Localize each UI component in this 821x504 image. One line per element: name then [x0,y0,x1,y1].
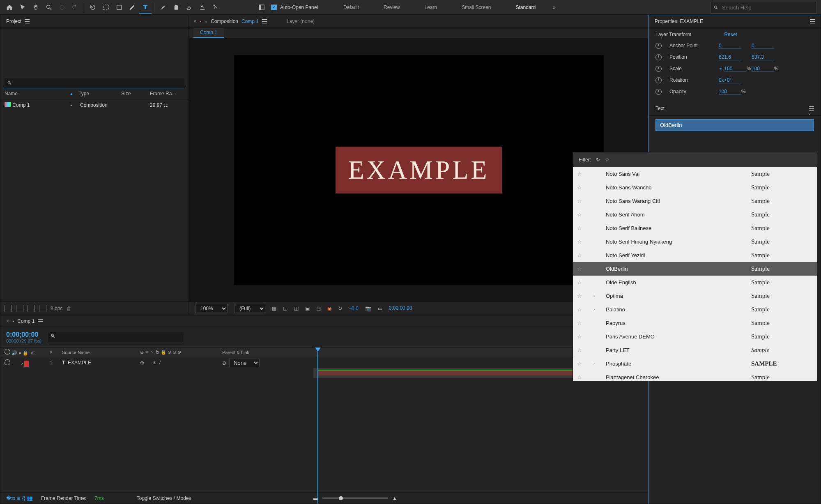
col-size[interactable]: Size [121,91,150,97]
workspace-standard[interactable]: Standard [516,5,536,10]
toggle-icons[interactable]: �⇆ ⊕ {} 👥 [6,495,33,501]
col-type[interactable]: Type [78,91,121,97]
font-item[interactable]: ☆Noto Serif Hmong NyiakengSample [573,235,817,249]
text-layer[interactable]: EXAMPLE [336,147,501,193]
reset-link[interactable]: Reset [724,32,737,37]
layer-switches[interactable]: ⊕ ✶ / [140,360,222,366]
workspace-overflow-icon[interactable]: » [553,5,556,10]
current-time[interactable]: 0;00;00;00 [389,305,412,311]
font-family-input[interactable] [655,119,814,131]
font-item[interactable]: ☆Paris Avenue DEMOSample [573,330,817,343]
pos-y[interactable]: 537,3 [752,54,774,60]
favorite-star-icon[interactable]: ☆ [577,306,593,313]
font-item[interactable]: ☆Party LETSample [573,343,817,357]
font-item[interactable]: ☆›PalatinoSample [573,303,817,316]
rotation-val[interactable]: 0x+0° [719,77,741,83]
timeline-zoom[interactable]: ▬ ▲ [313,495,397,501]
font-item[interactable]: ☆›PhosphateSAMPLE [573,357,817,371]
panel-menu-icon[interactable] [25,19,30,23]
rotate-tool-icon[interactable] [69,1,81,14]
close-tab-icon[interactable]: × [193,18,196,24]
font-list[interactable]: ☆Noto Sans VaiSample☆Noto Sans WanchoSam… [573,167,817,381]
workspace-learn[interactable]: Learn [424,5,437,10]
font-item[interactable]: ☆Noto Sans WanchoSample [573,181,817,194]
favorite-star-icon[interactable]: ☆ [577,293,593,299]
workspace-review[interactable]: Review [384,5,400,10]
toggle-switches-modes[interactable]: Toggle Switches / Modes [137,495,191,501]
link-icon[interactable]: ⚭ [719,66,723,71]
font-item[interactable]: ☆Noto Serif BalineseSample [573,221,817,235]
settings-icon[interactable] [39,305,46,312]
favorite-star-icon[interactable]: ☆ [577,225,593,231]
grid-icon[interactable]: ▦ [272,306,276,311]
favorite-star-icon[interactable]: ☆ [577,347,593,353]
panel-menu-icon[interactable] [262,19,267,23]
font-item[interactable]: ☆Noto Sans Warang CitiSample [573,194,817,208]
mask-icon[interactable]: ◫ [294,306,299,311]
font-item[interactable]: ☆Noto Serif YezidiSample [573,249,817,262]
filter-favorite-icon[interactable]: ☆ [605,157,609,163]
project-item-row[interactable]: Comp 1 ▪ Composition 29,97 ⚏ [0,99,189,110]
pos-x[interactable]: 621,6 [719,54,741,60]
expand-icon[interactable]: › [593,361,606,366]
show-snapshot-icon[interactable]: ▭ [378,306,382,311]
font-item[interactable]: ☆OldBerlinSample [573,262,817,276]
guides-icon[interactable]: ▢ [283,306,287,311]
filter-recent-icon[interactable]: ↻ [596,157,600,163]
anchor-rotate-icon[interactable] [87,1,99,14]
favorite-star-icon[interactable]: ☆ [577,361,593,367]
color-mgmt-icon[interactable]: ◉ [327,306,331,311]
timeline-layer-row[interactable]: › 1 T EXAMPLE ⊕ ✶ / ⊘ None [0,357,648,368]
home-icon[interactable] [3,1,16,14]
anchor-x[interactable]: 0 [719,43,741,49]
selection-tool-icon[interactable] [16,1,29,14]
zoom-in-icon[interactable]: ▲ [392,495,397,501]
favorite-star-icon[interactable]: ☆ [577,266,593,272]
snapshot-icon[interactable]: 📷 [365,306,371,311]
playhead-line[interactable] [317,348,318,504]
font-item[interactable]: ☆PapyrusSample [573,316,817,330]
workspace-small-screen[interactable]: Small Screen [462,5,491,10]
opacity-val[interactable]: 100 [719,89,741,95]
puppet-tool-icon[interactable] [209,1,222,14]
col-parent[interactable]: Parent & Link [222,350,280,355]
timeline-search-input[interactable] [48,332,184,342]
scale-x[interactable]: 100 [724,66,747,72]
favorite-star-icon[interactable]: ☆ [577,239,593,245]
eye-icon[interactable] [5,349,10,354]
pen-tool-icon[interactable] [126,1,138,14]
layer-name[interactable]: EXAMPLE [68,360,91,366]
resolution-select[interactable]: (Full) [234,304,265,313]
favorite-star-icon[interactable]: ☆ [577,320,593,326]
favorite-star-icon[interactable]: ☆ [577,171,593,177]
layer-parent[interactable]: ⊘ None [222,359,280,367]
shape-tool-icon[interactable] [113,1,125,14]
clone-tool-icon[interactable] [170,1,182,14]
zoom-slider[interactable] [322,497,388,499]
stopwatch-icon[interactable] [655,89,662,95]
timeline-time[interactable]: 0;00;00;00 [6,331,41,338]
favorite-star-icon[interactable]: ☆ [577,252,593,258]
new-folder-icon[interactable] [16,305,23,312]
favorite-star-icon[interactable]: ☆ [577,212,593,218]
interpret-icon[interactable] [5,305,12,312]
favorite-star-icon[interactable]: ☆ [577,184,593,191]
zoom-select[interactable]: 100% [195,304,228,313]
col-frame-rate[interactable]: Frame Ra... [150,91,179,97]
project-search-input[interactable] [5,78,184,88]
font-item[interactable]: ☆Plantagenet CherokeeSample [573,371,817,381]
zoom-tool-icon[interactable] [43,1,55,14]
favorite-star-icon[interactable]: ☆ [577,334,593,340]
type-tool-icon[interactable] [139,1,152,14]
close-tab-icon[interactable]: × [6,318,9,324]
roto-tool-icon[interactable] [196,1,209,14]
eye-icon[interactable] [5,359,10,365]
panel-icon[interactable] [255,1,268,14]
panel-menu-icon[interactable] [810,19,815,23]
anchor-y[interactable]: 0 [752,43,774,49]
stopwatch-icon[interactable] [655,66,662,72]
mask-tool-icon[interactable] [100,1,112,14]
font-item[interactable]: ☆Noto Serif AhomSample [573,208,817,221]
favorite-star-icon[interactable]: ☆ [577,279,593,285]
font-item[interactable]: ☆Olde EnglishSample [573,276,817,289]
